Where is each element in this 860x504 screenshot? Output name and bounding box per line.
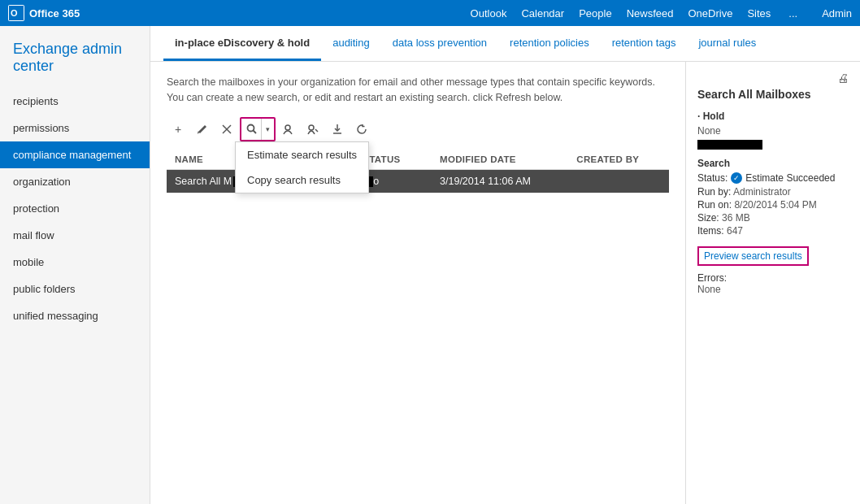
user-search-button[interactable] <box>277 118 300 141</box>
sidebar-item-protection[interactable]: protection <box>0 195 150 222</box>
search-main-button[interactable] <box>241 119 261 140</box>
nav-calendar[interactable]: Calendar <box>521 7 564 20</box>
tab-retention-policies[interactable]: retention policies <box>498 27 601 61</box>
nav-people[interactable]: People <box>579 7 611 20</box>
svg-line-5 <box>253 131 256 134</box>
content-area: in-place eDiscovery & hold auditing data… <box>150 26 860 504</box>
sub-navigation: in-place eDiscovery & hold auditing data… <box>150 26 860 62</box>
run-on-label: Run on: <box>697 199 732 211</box>
errors-label: Errors: <box>697 272 727 284</box>
tab-auditing[interactable]: auditing <box>321 27 381 61</box>
copy-search-results[interactable]: Copy search results <box>236 167 368 193</box>
run-on-value: 8/20/2014 5:04 PM <box>734 199 816 211</box>
size-row: Size: 36 MB <box>697 212 849 224</box>
svg-line-8 <box>315 129 318 132</box>
search-results-table-container: NAME HOLD STATUS MODIFIED DATE CREATED B… <box>167 150 669 492</box>
errors-value: None <box>697 284 721 295</box>
hold-label: · Hold <box>697 111 849 122</box>
sidebar-item-mail-flow[interactable]: mail flow <box>0 222 150 249</box>
errors-value-row: None <box>697 284 849 295</box>
items-label: Items: <box>697 225 724 237</box>
top-nav-links: Outlook Calendar People Newsfeed OneDriv… <box>96 7 852 20</box>
svg-text:O: O <box>11 8 18 18</box>
office-logo: O Office 365 <box>8 5 80 21</box>
nav-onedrive[interactable]: OneDrive <box>688 7 732 20</box>
search-dropdown-arrow[interactable]: ▾ <box>261 119 274 140</box>
download-button[interactable] <box>326 118 349 141</box>
sidebar-item-organization[interactable]: organization <box>0 168 150 195</box>
edit-button[interactable] <box>191 118 214 141</box>
add-button[interactable]: + <box>167 118 189 141</box>
tab-retention-tags[interactable]: retention tags <box>601 27 688 61</box>
nav-outlook[interactable]: Outlook <box>471 7 507 20</box>
sidebar-item-recipients[interactable]: recipients <box>0 88 150 115</box>
svg-point-6 <box>285 125 290 130</box>
nav-sites[interactable]: Sites <box>747 7 771 20</box>
search-dropdown-group[interactable]: ▾ <box>240 117 276 141</box>
run-by-label: Run by: <box>697 186 731 198</box>
size-value: 36 MB <box>722 212 750 224</box>
sidebar-item-mobile[interactable]: mobile <box>0 249 150 276</box>
user-search2-button[interactable] <box>302 118 324 141</box>
nav-admin[interactable]: Admin <box>822 7 852 20</box>
office-logo-text: Office 365 <box>29 7 80 20</box>
items-row: Items: 647 <box>697 225 849 237</box>
size-label: Size: <box>697 212 719 224</box>
app-title: Exchange admin center <box>0 34 150 88</box>
svg-point-7 <box>309 125 314 130</box>
sidebar-item-permissions[interactable]: permissions <box>0 115 150 141</box>
status-icon: ✓ <box>731 172 742 184</box>
cell-created-by <box>568 169 669 193</box>
estimate-search-results[interactable]: Estimate search results <box>236 142 368 167</box>
page-content: Search the mailboxes in your organizatio… <box>150 62 685 504</box>
main-layout: Exchange admin center recipients permiss… <box>0 26 860 504</box>
sidebar-item-compliance-management[interactable]: compliance management <box>0 141 150 168</box>
tab-ediscovery[interactable]: in-place eDiscovery & hold <box>163 27 321 61</box>
nav-newsfeed[interactable]: Newsfeed <box>627 7 674 20</box>
col-modified-date: MODIFIED DATE <box>432 150 568 170</box>
preview-search-results-link[interactable]: Preview search results <box>697 246 809 266</box>
toolbar: + ▾ <box>167 117 669 141</box>
status-text-label: Status: <box>697 172 728 184</box>
refresh-button[interactable] <box>350 118 373 141</box>
delete-button[interactable] <box>215 118 238 141</box>
hold-value: None <box>697 125 849 137</box>
page-description: Search the mailboxes in your organizatio… <box>167 75 669 106</box>
items-value: 647 <box>727 225 743 237</box>
col-created-by: CREATED BY <box>568 150 669 170</box>
sidebar-item-unified-messaging[interactable]: unified messaging <box>0 302 150 329</box>
office-logo-icon: O <box>8 5 24 21</box>
run-by-row: Run by: Administrator <box>697 186 849 198</box>
cell-modified-date: 3/19/2014 11:06 AM <box>432 169 568 193</box>
print-icon[interactable]: 🖨 <box>837 72 849 85</box>
tab-dlp[interactable]: data loss prevention <box>381 27 498 61</box>
svg-point-4 <box>247 125 254 132</box>
print-icon-row: 🖨 <box>697 72 849 85</box>
search-section: Search Status: ✓ Estimate Succeeded Run … <box>697 158 849 295</box>
right-panel: 🖨 Search All Mailboxes · Hold None Searc… <box>685 62 860 504</box>
search-dropdown-menu: Estimate search results Copy search resu… <box>235 141 369 193</box>
right-panel-title: Search All Mailboxes <box>697 88 849 101</box>
status-value: Estimate Succeeded <box>745 172 835 184</box>
errors-row: Errors: <box>697 272 849 284</box>
run-by-value: Administrator <box>733 186 791 198</box>
search-section-label: Search <box>697 158 849 169</box>
top-navigation: O Office 365 Outlook Calendar People New… <box>0 0 860 26</box>
sidebar: Exchange admin center recipients permiss… <box>0 26 150 504</box>
tab-journal-rules[interactable]: journal rules <box>687 27 767 61</box>
run-on-row: Run on: 8/20/2014 5:04 PM <box>697 199 849 211</box>
sidebar-item-public-folders[interactable]: public folders <box>0 276 150 302</box>
nav-dots[interactable]: ... <box>788 7 797 20</box>
hold-section: · Hold None <box>697 111 849 150</box>
status-row: Status: ✓ Estimate Succeeded <box>697 172 849 184</box>
hold-redacted <box>697 140 762 150</box>
